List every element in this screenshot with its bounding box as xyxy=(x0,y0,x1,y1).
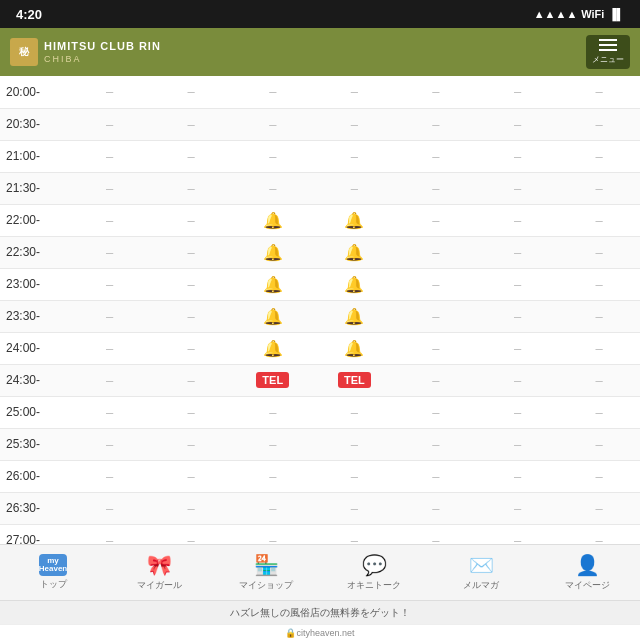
slot-cell: – xyxy=(69,332,151,364)
slot-cell: – xyxy=(314,172,396,204)
slot-cell: – xyxy=(69,172,151,204)
slot-cell: – xyxy=(558,428,640,460)
slot-cell: – xyxy=(314,492,396,524)
slot-cell: – xyxy=(232,492,314,524)
slot-cell: – xyxy=(69,236,151,268)
time-cell: 23:30- xyxy=(0,300,69,332)
slot-cell: – xyxy=(150,332,232,364)
time-cell: 26:00- xyxy=(0,460,69,492)
nav-item-top[interactable]: myHeaven トップ xyxy=(27,554,79,591)
slot-cell: – xyxy=(69,396,151,428)
promo-bar: ハズレ無しの風俗店の無料券をゲット！ xyxy=(0,600,640,624)
slot-cell: – xyxy=(395,460,477,492)
table-row: 22:30-––🔔🔔––– xyxy=(0,236,640,268)
slot-cell: – xyxy=(69,492,151,524)
time-cell: 20:00- xyxy=(0,76,69,108)
status-bar: 4:20 ▲▲▲▲ WiFi ▐▌ xyxy=(0,0,640,28)
slot-cell: 🔔 xyxy=(232,204,314,236)
slot-cell: – xyxy=(232,460,314,492)
time-cell: 22:00- xyxy=(0,204,69,236)
slot-cell: – xyxy=(395,172,477,204)
slot-cell: – xyxy=(558,492,640,524)
slot-cell: – xyxy=(477,364,559,396)
time-cell: 27:00- xyxy=(0,524,69,544)
tel-badge[interactable]: TEL xyxy=(338,372,371,388)
tel-badge[interactable]: TEL xyxy=(256,372,289,388)
wifi-icon: WiFi xyxy=(581,8,604,20)
slot-cell: – xyxy=(395,396,477,428)
table-row: 20:00-––––––– xyxy=(0,76,640,108)
slot-cell: – xyxy=(69,204,151,236)
slot-cell: – xyxy=(477,172,559,204)
header: 秘 HIMITSU CLUB RIN CHIBA メニュー xyxy=(0,28,640,76)
slot-cell: – xyxy=(69,140,151,172)
chat-icon: 💬 xyxy=(362,553,387,577)
time-cell: 23:00- xyxy=(0,268,69,300)
bell-icon: 🔔 xyxy=(344,211,364,230)
table-row: 24:30-––TELTEL––– xyxy=(0,364,640,396)
slot-cell: 🔔 xyxy=(314,300,396,332)
bell-icon: 🔔 xyxy=(263,211,283,230)
slot-cell: – xyxy=(558,524,640,544)
slot-cell: – xyxy=(395,428,477,460)
bell-icon: 🔔 xyxy=(344,339,364,358)
table-row: 22:00-––🔔🔔––– xyxy=(0,204,640,236)
nav-item-myshop[interactable]: 🏪 マイショップ xyxy=(239,553,293,592)
table-row: 21:00-––––––– xyxy=(0,140,640,172)
bottom-nav: myHeaven トップ 🎀 マイガール 🏪 マイショップ 💬 オキニトーク ✉… xyxy=(0,544,640,600)
slot-cell: – xyxy=(69,524,151,544)
slot-cell: – xyxy=(477,332,559,364)
slot-cell: – xyxy=(232,396,314,428)
promo-text: ハズレ無しの風俗店の無料券をゲット！ xyxy=(230,606,410,620)
bell-icon: 🔔 xyxy=(344,275,364,294)
slot-cell: – xyxy=(314,140,396,172)
slot-cell: – xyxy=(558,108,640,140)
slot-cell: – xyxy=(314,396,396,428)
nav-item-okinitoku[interactable]: 💬 オキニトーク xyxy=(347,553,401,592)
bell-icon: 🔔 xyxy=(263,339,283,358)
slot-cell: – xyxy=(558,140,640,172)
slot-cell: – xyxy=(477,140,559,172)
slot-cell: – xyxy=(477,428,559,460)
menu-line-2 xyxy=(599,44,617,46)
slot-cell: – xyxy=(150,172,232,204)
nav-item-mygirl[interactable]: 🎀 マイガール xyxy=(133,553,185,592)
slot-cell: 🔔 xyxy=(232,332,314,364)
slot-cell: – xyxy=(150,108,232,140)
brand-sub: CHIBA xyxy=(44,54,161,64)
time-cell: 24:00- xyxy=(0,332,69,364)
nav-item-mypage[interactable]: 👤 マイページ xyxy=(561,553,613,592)
table-row: 26:30-––––––– xyxy=(0,492,640,524)
menu-label: メニュー xyxy=(592,54,624,65)
slot-cell: – xyxy=(150,204,232,236)
menu-line-3 xyxy=(599,49,617,51)
slot-cell: – xyxy=(395,300,477,332)
nav-item-merumaga[interactable]: ✉️ メルマガ xyxy=(455,553,507,592)
slot-cell: – xyxy=(150,428,232,460)
bell-icon: 🔔 xyxy=(344,243,364,262)
slot-cell: – xyxy=(477,268,559,300)
mail-icon: ✉️ xyxy=(469,553,494,577)
time-cell: 25:30- xyxy=(0,428,69,460)
brand-name: HIMITSU CLUB RIN xyxy=(44,40,161,53)
time-cell: 22:30- xyxy=(0,236,69,268)
slot-cell: – xyxy=(232,172,314,204)
slot-cell: – xyxy=(69,428,151,460)
slot-cell: – xyxy=(150,460,232,492)
slot-cell: – xyxy=(314,428,396,460)
slot-cell: – xyxy=(558,332,640,364)
slot-cell: – xyxy=(558,76,640,108)
menu-button[interactable]: メニュー xyxy=(586,35,630,69)
slot-cell: – xyxy=(477,76,559,108)
table-row: 25:00-––––––– xyxy=(0,396,640,428)
status-icons: ▲▲▲▲ WiFi ▐▌ xyxy=(534,8,624,20)
slot-cell: – xyxy=(477,300,559,332)
slot-cell: – xyxy=(477,492,559,524)
menu-line-1 xyxy=(599,39,617,41)
slot-cell: – xyxy=(314,108,396,140)
slot-cell: – xyxy=(395,268,477,300)
slot-cell: – xyxy=(395,236,477,268)
slot-cell: – xyxy=(150,524,232,544)
table-row: 21:30-––––––– xyxy=(0,172,640,204)
shop-icon: 🏪 xyxy=(254,553,279,577)
